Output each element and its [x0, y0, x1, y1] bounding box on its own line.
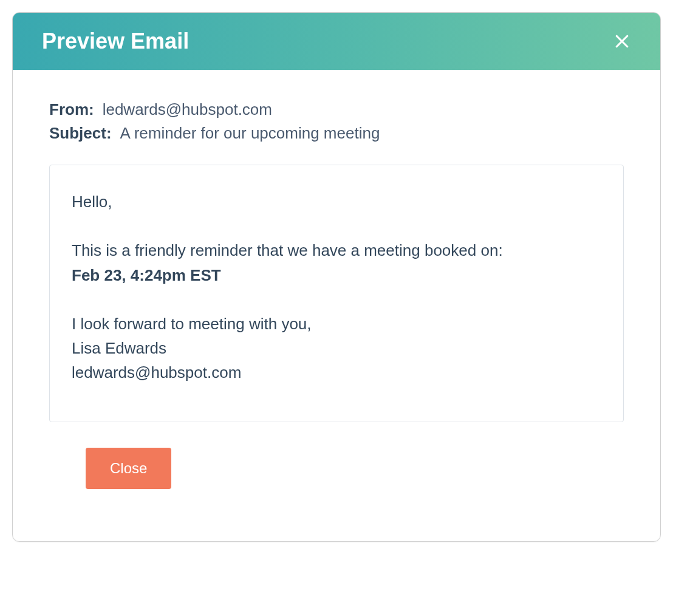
subject-label: Subject:	[49, 124, 112, 143]
subject-row: Subject: A reminder for our upcoming mee…	[49, 124, 624, 143]
preview-email-modal: Preview Email From: ledwards@hubspot.com…	[12, 12, 661, 542]
modal-body: From: ledwards@hubspot.com Subject: A re…	[13, 70, 660, 541]
body-greeting: Hello,	[72, 190, 601, 214]
signature-email: ledwards@hubspot.com	[72, 360, 601, 385]
signature-name: Lisa Edwards	[72, 336, 601, 360]
email-body: Hello, This is a friendly reminder that …	[49, 165, 624, 422]
body-datetime: Feb 23, 4:24pm EST	[72, 263, 601, 287]
close-button[interactable]: Close	[86, 448, 171, 489]
modal-footer: Close	[49, 448, 624, 517]
from-row: From: ledwards@hubspot.com	[49, 100, 624, 119]
close-icon[interactable]	[613, 32, 631, 50]
from-value: ledwards@hubspot.com	[103, 100, 272, 119]
modal-header: Preview Email	[13, 13, 660, 70]
modal-title: Preview Email	[42, 29, 189, 54]
subject-value: A reminder for our upcoming meeting	[120, 124, 380, 143]
body-closing: I look forward to meeting with you,	[72, 312, 601, 336]
from-label: From:	[49, 100, 94, 119]
body-line-1: This is a friendly reminder that we have…	[72, 238, 601, 262]
